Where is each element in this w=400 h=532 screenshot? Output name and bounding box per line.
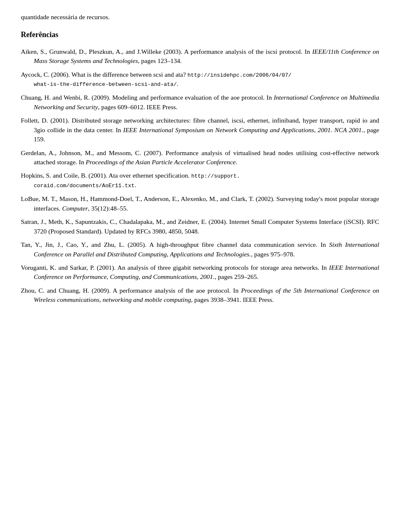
ref-url-2: what-is-the-difference-between-scsi-and-… — [34, 81, 177, 88]
ref-url-2: coraid.com/documents/AoEr11.txt — [34, 183, 135, 189]
ref-text: Hopkins, S. and Coile, B. (2001). Ata ov… — [21, 172, 240, 188]
intro-line: quantidade necessária de recursos. — [21, 13, 379, 22]
references-heading: Referências — [21, 29, 379, 40]
list-item: Hopkins, S. and Coile, B. (2001). Ata ov… — [21, 171, 379, 190]
ref-url: http://support. — [191, 173, 240, 179]
list-item: Zhou, C. and Chuang, H. (2009). A perfor… — [21, 286, 379, 305]
list-item: Tan, Y., Jin, J., Cao, Y., and Zhu, L. (… — [21, 240, 379, 259]
list-item: Follett, D. (2001). Distributed storage … — [21, 116, 379, 144]
list-item: Voruganti, K. and Sarkar, P. (2001). An … — [21, 263, 379, 282]
intro-text: quantidade necessária de recursos. — [21, 13, 110, 20]
list-item: Aycock, C. (2006). What is the differenc… — [21, 70, 379, 89]
list-item: Satran, J., Meth, K., Sapuntzakis, C., C… — [21, 217, 379, 236]
ref-text: Aiken, S., Grunwald, D., Pleszkun, A., a… — [21, 48, 379, 64]
ref-text: Chuang, H. and Wenbi, R. (2009). Modelin… — [21, 94, 379, 110]
ref-text: Follett, D. (2001). Distributed storage … — [21, 117, 379, 143]
ref-url: http://insidehpc.com/2006/04/07/ — [188, 72, 292, 78]
ref-text: Aycock, C. (2006). What is the differenc… — [21, 71, 292, 88]
list-item: Gerdelan, A., Johnson, M., and Messom, C… — [21, 148, 379, 167]
ref-text: Voruganti, K. and Sarkar, P. (2001). An … — [21, 264, 379, 280]
ref-text: Tan, Y., Jin, J., Cao, Y., and Zhu, L. (… — [21, 241, 379, 257]
list-item: Chuang, H. and Wenbi, R. (2009). Modelin… — [21, 93, 379, 112]
ref-text: Satran, J., Meth, K., Sapuntzakis, C., C… — [21, 218, 379, 234]
ref-text: Zhou, C. and Chuang, H. (2009). A perfor… — [21, 287, 379, 303]
ref-text: Gerdelan, A., Johnson, M., and Messom, C… — [21, 149, 379, 166]
list-item: LoBue, M. T., Mason, H., Hammond-Doel, T… — [21, 194, 379, 213]
list-item: Aiken, S., Grunwald, D., Pleszkun, A., a… — [21, 47, 379, 66]
ref-text: LoBue, M. T., Mason, H., Hammond-Doel, T… — [21, 195, 379, 211]
